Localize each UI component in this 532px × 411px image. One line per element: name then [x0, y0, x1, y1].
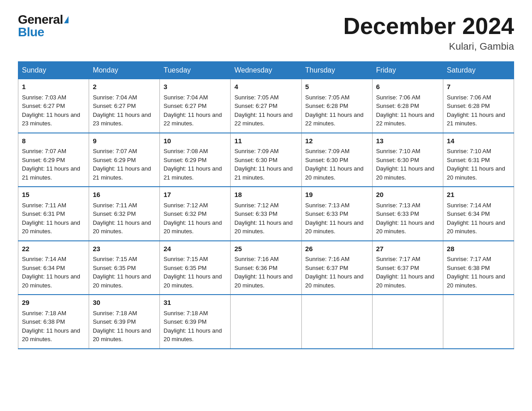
calendar-cell: 6Sunrise: 7:06 AMSunset: 6:28 PMDaylight…	[372, 79, 443, 133]
day-number: 4	[234, 82, 297, 92]
calendar-cell: 1Sunrise: 7:03 AMSunset: 6:27 PMDaylight…	[18, 79, 89, 133]
day-number: 23	[93, 244, 156, 254]
day-number: 7	[447, 82, 510, 92]
day-number: 11	[234, 136, 297, 146]
day-of-week-header: Saturday	[443, 62, 514, 79]
day-number: 12	[305, 136, 369, 146]
calendar-cell: 3Sunrise: 7:04 AMSunset: 6:27 PMDaylight…	[160, 79, 231, 133]
calendar-cell: 12Sunrise: 7:09 AMSunset: 6:30 PMDayligh…	[301, 133, 372, 187]
day-number: 22	[22, 244, 85, 254]
calendar-week-row: 8Sunrise: 7:07 AMSunset: 6:29 PMDaylight…	[18, 133, 514, 187]
calendar-cell: 13Sunrise: 7:10 AMSunset: 6:30 PMDayligh…	[372, 133, 443, 187]
day-of-week-header: Tuesday	[160, 62, 231, 79]
day-number: 17	[163, 190, 227, 200]
month-title: December 2024	[343, 13, 514, 39]
day-number: 1	[22, 82, 85, 92]
day-number: 29	[22, 298, 85, 308]
calendar-week-row: 29Sunrise: 7:18 AMSunset: 6:38 PMDayligh…	[18, 295, 514, 349]
calendar-cell: 4Sunrise: 7:05 AMSunset: 6:27 PMDaylight…	[231, 79, 301, 133]
day-number: 8	[22, 136, 85, 146]
calendar-cell: 5Sunrise: 7:05 AMSunset: 6:28 PMDaylight…	[301, 79, 372, 133]
calendar-cell	[301, 295, 372, 349]
calendar-cell: 2Sunrise: 7:04 AMSunset: 6:27 PMDaylight…	[89, 79, 160, 133]
calendar-cell: 26Sunrise: 7:16 AMSunset: 6:37 PMDayligh…	[301, 241, 372, 295]
day-number: 26	[305, 244, 369, 254]
calendar-cell: 14Sunrise: 7:10 AMSunset: 6:31 PMDayligh…	[443, 133, 514, 187]
calendar-cell: 7Sunrise: 7:06 AMSunset: 6:28 PMDaylight…	[443, 79, 514, 133]
calendar-cell: 21Sunrise: 7:14 AMSunset: 6:34 PMDayligh…	[443, 187, 514, 241]
title-area: December 2024 Kulari, Gambia	[343, 13, 514, 52]
day-number: 14	[447, 136, 510, 146]
day-number: 2	[93, 82, 156, 92]
day-number: 6	[376, 82, 439, 92]
day-number: 27	[376, 244, 439, 254]
calendar-cell: 27Sunrise: 7:17 AMSunset: 6:37 PMDayligh…	[372, 241, 443, 295]
logo: General Blue	[18, 13, 69, 39]
day-of-week-header: Wednesday	[231, 62, 301, 79]
day-of-week-header: Thursday	[301, 62, 372, 79]
day-number: 5	[305, 82, 369, 92]
logo-general-text: General	[18, 13, 63, 26]
day-number: 21	[447, 190, 510, 200]
day-number: 10	[163, 136, 227, 146]
day-of-week-header: Monday	[89, 62, 160, 79]
calendar-header-row: SundayMondayTuesdayWednesdayThursdayFrid…	[18, 62, 514, 79]
calendar-cell	[372, 295, 443, 349]
day-of-week-header: Sunday	[18, 62, 89, 79]
logo-triangle-icon	[64, 16, 69, 23]
calendar-cell: 17Sunrise: 7:12 AMSunset: 6:32 PMDayligh…	[160, 187, 231, 241]
calendar-cell: 22Sunrise: 7:14 AMSunset: 6:34 PMDayligh…	[18, 241, 89, 295]
logo-blue-text: Blue	[18, 25, 44, 39]
calendar-week-row: 22Sunrise: 7:14 AMSunset: 6:34 PMDayligh…	[18, 241, 514, 295]
calendar-cell: 30Sunrise: 7:18 AMSunset: 6:39 PMDayligh…	[89, 295, 160, 349]
day-number: 15	[22, 190, 85, 200]
calendar-cell: 8Sunrise: 7:07 AMSunset: 6:29 PMDaylight…	[18, 133, 89, 187]
calendar-cell: 29Sunrise: 7:18 AMSunset: 6:38 PMDayligh…	[18, 295, 89, 349]
calendar-cell: 23Sunrise: 7:15 AMSunset: 6:35 PMDayligh…	[89, 241, 160, 295]
day-number: 20	[376, 190, 439, 200]
calendar-cell: 15Sunrise: 7:11 AMSunset: 6:31 PMDayligh…	[18, 187, 89, 241]
page-header: General Blue December 2024 Kulari, Gambi…	[18, 13, 514, 52]
day-number: 24	[163, 244, 227, 254]
day-number: 25	[234, 244, 297, 254]
calendar-cell: 18Sunrise: 7:12 AMSunset: 6:33 PMDayligh…	[231, 187, 301, 241]
calendar-cell: 10Sunrise: 7:08 AMSunset: 6:29 PMDayligh…	[160, 133, 231, 187]
calendar-cell	[443, 295, 514, 349]
calendar-cell: 20Sunrise: 7:13 AMSunset: 6:33 PMDayligh…	[372, 187, 443, 241]
calendar-cell: 25Sunrise: 7:16 AMSunset: 6:36 PMDayligh…	[231, 241, 301, 295]
calendar-cell: 24Sunrise: 7:15 AMSunset: 6:35 PMDayligh…	[160, 241, 231, 295]
day-number: 3	[163, 82, 227, 92]
calendar-cell: 19Sunrise: 7:13 AMSunset: 6:33 PMDayligh…	[301, 187, 372, 241]
calendar-cell: 28Sunrise: 7:17 AMSunset: 6:38 PMDayligh…	[443, 241, 514, 295]
calendar-cell	[231, 295, 301, 349]
calendar-table: SundayMondayTuesdayWednesdayThursdayFrid…	[18, 61, 514, 349]
calendar-week-row: 15Sunrise: 7:11 AMSunset: 6:31 PMDayligh…	[18, 187, 514, 241]
day-number: 18	[234, 190, 297, 200]
day-number: 19	[305, 190, 369, 200]
day-number: 13	[376, 136, 439, 146]
day-of-week-header: Friday	[372, 62, 443, 79]
calendar-cell: 11Sunrise: 7:09 AMSunset: 6:30 PMDayligh…	[231, 133, 301, 187]
location-text: Kulari, Gambia	[343, 41, 514, 52]
calendar-cell: 16Sunrise: 7:11 AMSunset: 6:32 PMDayligh…	[89, 187, 160, 241]
day-number: 16	[93, 190, 156, 200]
calendar-cell: 9Sunrise: 7:07 AMSunset: 6:29 PMDaylight…	[89, 133, 160, 187]
calendar-week-row: 1Sunrise: 7:03 AMSunset: 6:27 PMDaylight…	[18, 79, 514, 133]
calendar-cell: 31Sunrise: 7:18 AMSunset: 6:39 PMDayligh…	[160, 295, 231, 349]
day-number: 30	[93, 298, 156, 308]
day-number: 31	[163, 298, 227, 308]
day-number: 28	[447, 244, 510, 254]
day-number: 9	[93, 136, 156, 146]
